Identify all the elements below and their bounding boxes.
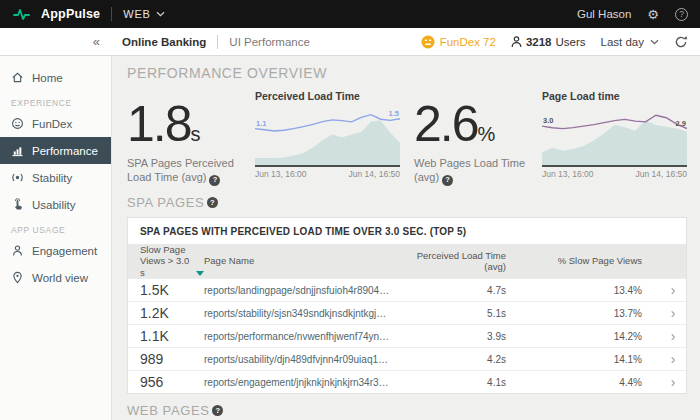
kpi-caption: Web Pages Load Time (avg)? [414,156,528,186]
sort-desc-icon [196,271,204,276]
column-header-slow-pct[interactable]: % Slow Page Views [548,255,660,266]
x-axis-end-label: Jun 14, 16:50 [348,169,400,179]
column-header-page-name[interactable]: Page Name [204,255,400,266]
fundex-score-label: FunDex 72 [440,36,496,48]
sidebar-item-usability[interactable]: Usability [0,191,111,218]
spa-pages-section-header: SPA PAGES? [127,195,687,210]
sidebar-item-stability[interactable]: Stability [0,164,111,191]
x-axis-start-label: Jun 13, 16:00 [542,169,594,179]
cell-views: 1.2K [128,305,204,321]
pointer-hand-icon [11,198,24,211]
chevron-right-icon[interactable]: › [660,352,686,366]
breadcrumb-page[interactable]: UI Performance [229,36,310,48]
sidebar-item-label: FunDex [32,118,72,130]
sidebar-item-home[interactable]: Home [0,64,111,91]
fundex-score-badge[interactable]: FunDex 72 [421,35,496,49]
kpi-value: 2.6% [414,101,528,149]
chevron-right-icon[interactable]: › [660,306,686,320]
cell-page-name: reports/performance/nvwenfhjwenf74yncsih… [204,331,400,342]
kpi-perceived-load-time: 1.8s SPA Pages Perceived Load Time (avg)… [127,89,414,186]
cell-page-name: reports/landingpage/sdnjjnsfuioh4r8904fk… [204,285,400,296]
cell-slow-pct: 13.7% [548,308,660,319]
cell-page-name: reports/engagement/jnjknkjnkjnkjrn34r345… [204,377,400,388]
users-label: Users [555,36,585,48]
sidebar-item-performance[interactable]: Performance [0,137,111,164]
table-row[interactable]: 956 reports/engagement/jnjknkjnkjnkjrn34… [128,370,686,393]
web-nav-label: WEB [123,8,150,20]
cell-views: 1.1K [128,328,204,344]
help-icon[interactable]: ? [209,175,220,186]
chevron-down-icon [650,39,659,45]
web-nav-dropdown[interactable]: WEB [123,8,164,20]
column-header-load-time[interactable]: Perceived Load Time (avg) [400,250,548,272]
help-icon[interactable]: ? [207,197,218,208]
web-pages-section-header: WEB PAGES? [127,403,687,418]
svg-text:3.0: 3.0 [543,116,553,125]
x-axis-start-label: Jun 13, 16:00 [255,169,307,179]
svg-text:2.9: 2.9 [676,119,686,128]
time-range-dropdown[interactable]: Last day [601,36,659,48]
breadcrumb-app[interactable]: Online Banking [122,36,206,48]
page-load-time-chart: 3.02.9 [542,105,687,167]
chevron-right-icon[interactable]: › [660,375,686,389]
chevron-right-icon[interactable]: › [660,283,686,297]
cell-slow-pct: 13.4% [548,285,660,296]
home-icon [11,71,24,84]
settings-gear-icon[interactable]: ⚙ [647,8,659,21]
main-content: PERFORMANCE OVERVIEW 1.8s SPA Pages Perc… [112,56,700,420]
cell-slow-pct: 4.4% [548,377,660,388]
table-row[interactable]: 1.1K reports/performance/nvwenfhjwenf74y… [128,324,686,347]
user-menu[interactable]: Gul Hason [577,8,631,20]
person-icon [11,244,24,257]
cell-load-time: 4.2s [400,354,548,365]
fundex-face-icon [421,35,435,49]
table-header-row: Slow Page Views > 3.0 s Page Name Percei… [128,244,686,278]
help-icon[interactable]: ? [442,175,453,186]
sidebar-item-label: Stability [32,172,72,184]
perceived-load-time-chart: 1.11.5 [255,105,400,167]
kpi-row: 1.8s SPA Pages Perceived Load Time (avg)… [127,89,687,186]
sidebar-item-label: Engagement [32,245,97,257]
app-title: AppPulse [41,7,100,21]
table-row[interactable]: 1.5K reports/landingpage/sdnjjnsfuioh4r8… [128,278,686,301]
refresh-icon[interactable] [674,35,688,49]
cell-load-time: 5.1s [400,308,548,319]
sidebar-section-experience: EXPERIENCE [0,91,111,110]
breadcrumb-bar: « Online Banking UI Performance FunDex 7… [0,28,700,56]
cell-views: 1.5K [128,282,204,298]
sidebar-item-label: World view [32,272,88,284]
kpi-unit: s [191,123,201,145]
chevron-right-icon[interactable]: › [660,329,686,343]
sidebar-item-fundex[interactable]: FunDex [0,110,111,137]
stability-icon [11,171,24,184]
cell-slow-pct: 14.1% [548,354,660,365]
users-stat[interactable]: 3218 Users [511,36,586,48]
chevron-down-icon [156,11,165,17]
cell-page-name: reports/stability/sjsn349sndkjnsdkjntkgj… [204,308,400,319]
users-count: 3218 [526,36,552,48]
sidebar-item-label: Performance [32,145,98,157]
page-title: PERFORMANCE OVERVIEW [127,65,687,81]
table-row[interactable]: 1.2K reports/stability/sjsn349sndkjnsdkj… [128,301,686,324]
cell-views: 989 [128,351,204,367]
chart-title: Page Load time [542,90,687,102]
cell-load-time: 4.1s [400,377,548,388]
cell-views: 956 [128,374,204,390]
column-header-slow-page-views[interactable]: Slow Page Views > 3.0 s [128,244,204,278]
sidebar-item-engagement[interactable]: Engagement [0,237,111,264]
sidebar-collapse-icon[interactable]: « [0,34,112,49]
sparkline-perceived-load-time: Perceived Load Time 1.11.5 Jun 13, 16:00… [255,89,400,186]
sidebar-item-world-view[interactable]: World view [0,264,111,291]
table-title: SPA PAGES WITH PERCEIVED LOAD TIME OVER … [128,218,686,244]
chart-title: Perceived Load Time [255,90,400,102]
time-range-label: Last day [601,36,644,48]
cell-load-time: 3.9s [400,331,548,342]
help-icon[interactable]: ? [212,405,223,416]
sidebar-item-label: Usability [32,199,75,211]
x-axis-end-label: Jun 14, 16:50 [635,169,687,179]
kpi-caption: SPA Pages Perceived Load Time (avg)? [127,156,241,186]
divider [217,35,218,49]
help-icon[interactable]: ? [675,8,688,21]
map-pin-icon [11,271,24,284]
table-row[interactable]: 989 reports/usability/djn489dfvjnn4r09ui… [128,347,686,370]
